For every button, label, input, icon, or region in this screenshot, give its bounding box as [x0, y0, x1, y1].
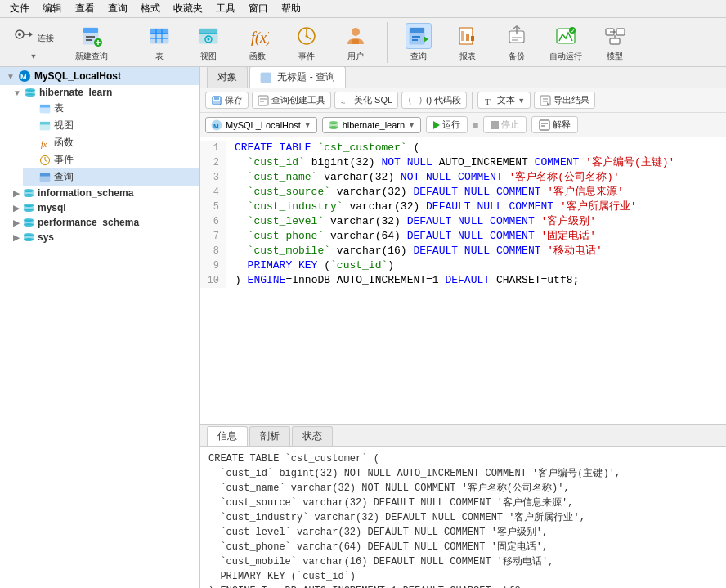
menu-edit[interactable]: 编辑 — [36, 0, 69, 17]
table-small-icon — [39, 103, 51, 114]
toolbar-new-query[interactable]: 新建查询 — [65, 20, 118, 65]
db-select-icon: M — [211, 119, 222, 131]
menu-help[interactable]: 帮助 — [275, 0, 307, 17]
sidebar-item-query[interactable]: 查询 — [23, 168, 199, 186]
code-line-6: 6 `cust_level` varchar(32) DEFAULT NULL … — [200, 214, 726, 229]
svg-rect-5 — [83, 28, 98, 33]
menu-format[interactable]: 格式 — [134, 0, 167, 17]
query-icon — [407, 25, 430, 47]
export-button[interactable]: 导出结果 — [534, 92, 595, 109]
bottom-content: CREATE TABLE `cst_customer` ( `cust_id` … — [200, 447, 726, 588]
code-line-2: 2 `cust_id` bigint(32) NOT NULL AUTO_INC… — [200, 155, 726, 170]
sidebar-root[interactable]: ▼ M MySQL_LocalHost — [0, 67, 199, 85]
db-sys-label: sys — [38, 231, 54, 243]
svg-text:M: M — [20, 73, 27, 81]
line-content: `cust_source` varchar(32) DEFAULT NULL C… — [226, 185, 624, 200]
db-select-1[interactable]: M MySQL_LocalHost ▼ — [205, 117, 317, 133]
svg-point-26 — [306, 34, 308, 37]
new-query-icon — [80, 25, 103, 47]
database-icon — [25, 87, 36, 98]
toolbar-autorun[interactable]: ✓ 自动运行 — [544, 20, 587, 65]
sidebar-item-event[interactable]: 事件 — [23, 151, 199, 168]
bottom-tab-status[interactable]: 状态 — [292, 426, 333, 446]
query-tool-button[interactable]: 查询创建工具 — [252, 92, 331, 109]
code-snippet-button[interactable]: ( ) () 代码段 — [401, 92, 467, 109]
sidebar-db-mysql[interactable]: ▶ mysql — [10, 200, 199, 215]
db-select-2[interactable]: hibernate_learn ▼ — [322, 117, 421, 133]
report-icon — [456, 25, 479, 47]
database3-icon — [23, 202, 34, 213]
bottom-panel: 信息 剖析 状态 CREATE TABLE `cst_customer` ( `… — [200, 424, 726, 588]
toolbar-table[interactable]: 表 — [138, 20, 181, 65]
line-number: 5 — [200, 200, 226, 214]
run-play-icon — [433, 121, 440, 129]
sidebar-db-hibernate[interactable]: ▼ hibernate_learn — [10, 85, 199, 100]
sidebar-item-function[interactable]: fx 函数 — [23, 134, 199, 151]
toolbar-model[interactable]: 模型 — [594, 20, 636, 65]
user-icon — [344, 25, 367, 47]
sidebar-item-view[interactable]: 视图 — [23, 117, 199, 134]
svg-point-73 — [24, 223, 34, 227]
line-number: 10 — [200, 273, 226, 288]
menu-window[interactable]: 窗口 — [242, 0, 275, 17]
svg-point-94 — [329, 126, 338, 129]
stop-button[interactable]: 停止 — [483, 116, 527, 133]
code-line-3: 3 `cust_name` varchar(32) NOT NULL COMME… — [200, 170, 726, 185]
toolbar-function[interactable]: f(x) 函数 — [236, 20, 279, 65]
menu-favorites[interactable]: 收藏夹 — [167, 0, 209, 17]
sidebar-function-label: 函数 — [54, 136, 74, 150]
svg-rect-19 — [199, 29, 217, 34]
db2-icon — [328, 119, 339, 131]
svg-rect-77 — [261, 73, 271, 83]
export-icon — [540, 95, 551, 106]
save-button[interactable]: 保存 — [205, 92, 249, 109]
database4-icon — [23, 217, 34, 228]
sidebar-db-sys[interactable]: ▶ sys — [10, 230, 199, 245]
run-button[interactable]: 运行 — [426, 116, 468, 133]
toolbar-report[interactable]: 报表 — [446, 20, 489, 65]
toolbar-query[interactable]: 查询 — [397, 20, 440, 65]
menu-tools[interactable]: 工具 — [209, 0, 242, 17]
toolbar-backup[interactable]: 备份 — [495, 20, 538, 65]
event-small-icon — [39, 155, 51, 166]
menu-view[interactable]: 查看 — [69, 0, 101, 17]
event-icon — [295, 25, 318, 47]
bottom-tab-info[interactable]: 信息 — [207, 426, 248, 446]
code-line-8: 8 `cust_mobile` varchar(16) DEFAULT NULL… — [200, 244, 726, 258]
bottom-line-9: ) ENGINE=InnoDB AUTO_INCREMENT=1 DEFAULT… — [208, 584, 718, 588]
sidebar-db-info[interactable]: ▶ information_schema — [10, 186, 199, 200]
model-icon — [603, 25, 626, 47]
db-perf-label: performance_schema — [38, 217, 139, 228]
db-info-label: information_schema — [38, 187, 133, 199]
tab-object[interactable]: 对象 — [207, 66, 248, 88]
beautify-button[interactable]: ≈ 美化 SQL — [334, 92, 398, 109]
menu-file[interactable]: 文件 — [3, 0, 36, 17]
toolbar-sep-1 — [128, 22, 128, 63]
text-button[interactable]: T 文本 ▼ — [477, 92, 531, 109]
menu-query[interactable]: 查询 — [101, 0, 134, 17]
sidebar: ▼ M MySQL_LocalHost ▼ hibernate_learn — [0, 67, 200, 588]
tab-query[interactable]: 无标题 - 查询 — [249, 66, 346, 88]
line-number: 9 — [200, 258, 226, 273]
toolbar-user[interactable]: 用户 — [334, 20, 377, 65]
bottom-line-8: PRIMARY KEY (`cust_id`) — [208, 569, 718, 584]
explain-button[interactable]: 解释 — [531, 116, 578, 133]
code-line-10: 10) ENGINE=InnoDB AUTO_INCREMENT=1 DEFAU… — [200, 273, 726, 288]
sidebar-db-perf[interactable]: ▶ performance_schema — [10, 215, 199, 230]
svg-rect-16 — [150, 29, 168, 34]
bottom-tab-profile[interactable]: 剖析 — [249, 426, 290, 446]
toolbar-connect[interactable]: 连接 ▼ — [7, 21, 59, 64]
code-editor[interactable]: 1CREATE TABLE `cst_customer` (2 `cust_id… — [200, 137, 726, 424]
bottom-tab-bar: 信息 剖析 状态 — [200, 425, 726, 447]
line-number: 1 — [200, 141, 226, 155]
bottom-line-1: `cust_id` bigint(32) NOT NULL AUTO_INCRE… — [208, 466, 718, 481]
svg-text:f(x): f(x) — [251, 29, 269, 47]
svg-rect-35 — [461, 31, 464, 41]
bottom-line-5: `cust_level` varchar(32) DEFAULT NULL CO… — [208, 525, 718, 540]
sidebar-item-table[interactable]: 表 — [23, 100, 199, 117]
toolbar-view[interactable]: 视图 — [187, 20, 230, 65]
line-content: PRIMARY KEY (`cust_id`) — [226, 258, 394, 273]
toolbar-event[interactable]: 事件 — [285, 20, 328, 65]
view-icon — [197, 25, 220, 47]
svg-marker-3 — [29, 32, 33, 37]
